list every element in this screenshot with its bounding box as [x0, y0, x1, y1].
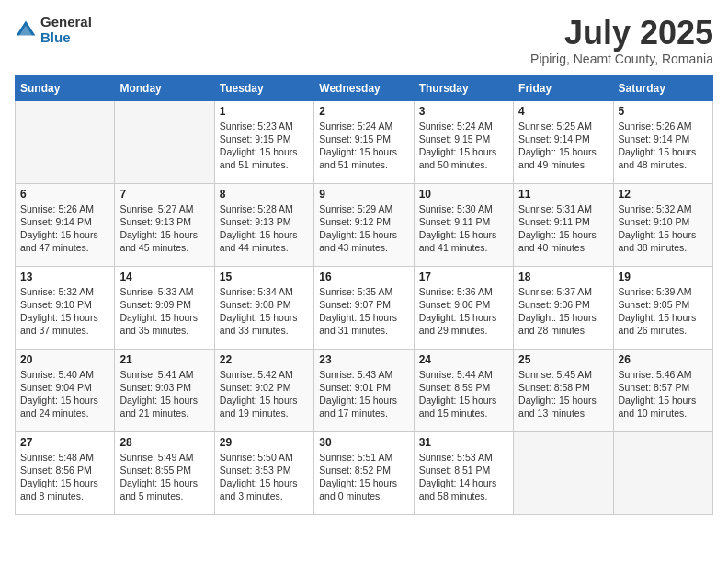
- day-detail: Sunrise: 5:50 AMSunset: 8:53 PMDaylight:…: [220, 451, 309, 503]
- logo-blue-text: Blue: [40, 30, 92, 46]
- day-detail: Sunrise: 5:43 AMSunset: 9:01 PMDaylight:…: [319, 368, 408, 420]
- calendar-cell: 8Sunrise: 5:28 AMSunset: 9:13 PMDaylight…: [214, 183, 313, 266]
- day-detail: Sunrise: 5:51 AMSunset: 8:52 PMDaylight:…: [319, 451, 408, 503]
- calendar-cell: [16, 100, 115, 183]
- calendar-cell: 18Sunrise: 5:37 AMSunset: 9:06 PMDayligh…: [514, 266, 613, 349]
- calendar-cell: 19Sunrise: 5:39 AMSunset: 9:05 PMDayligh…: [613, 266, 712, 349]
- day-detail: Sunrise: 5:46 AMSunset: 8:57 PMDaylight:…: [619, 368, 708, 420]
- day-number: 24: [419, 353, 508, 366]
- calendar-week-row: 1Sunrise: 5:23 AMSunset: 9:15 PMDaylight…: [16, 100, 713, 183]
- day-detail: Sunrise: 5:23 AMSunset: 9:15 PMDaylight:…: [220, 120, 309, 172]
- day-number: 9: [319, 188, 408, 201]
- day-number: 4: [518, 105, 608, 118]
- day-detail: Sunrise: 5:39 AMSunset: 9:05 PMDaylight:…: [619, 285, 708, 338]
- calendar-cell: 29Sunrise: 5:50 AMSunset: 8:53 PMDayligh…: [214, 431, 313, 514]
- calendar-cell: 16Sunrise: 5:35 AMSunset: 9:07 PMDayligh…: [314, 266, 414, 349]
- calendar-cell: 25Sunrise: 5:45 AMSunset: 8:58 PMDayligh…: [514, 349, 613, 431]
- month-year-title: July 2025: [530, 15, 713, 52]
- day-detail: Sunrise: 5:34 AMSunset: 9:08 PMDaylight:…: [220, 285, 309, 338]
- day-number: 27: [20, 436, 109, 449]
- day-number: 1: [220, 105, 309, 118]
- day-number: 11: [518, 188, 608, 201]
- calendar-cell: [514, 431, 613, 514]
- calendar-cell: 5Sunrise: 5:26 AMSunset: 9:14 PMDaylight…: [613, 100, 712, 183]
- calendar-cell: [115, 100, 214, 183]
- calendar-cell: 21Sunrise: 5:41 AMSunset: 9:03 PMDayligh…: [115, 349, 214, 431]
- day-detail: Sunrise: 5:24 AMSunset: 9:15 PMDaylight:…: [319, 120, 408, 172]
- calendar-cell: 10Sunrise: 5:30 AMSunset: 9:11 PMDayligh…: [414, 183, 513, 266]
- calendar-week-row: 13Sunrise: 5:32 AMSunset: 9:10 PMDayligh…: [16, 266, 713, 349]
- calendar-cell: 12Sunrise: 5:32 AMSunset: 9:10 PMDayligh…: [613, 183, 712, 266]
- calendar-cell: 1Sunrise: 5:23 AMSunset: 9:15 PMDaylight…: [214, 100, 313, 183]
- weekday-header-saturday: Saturday: [613, 75, 712, 100]
- calendar-cell: 9Sunrise: 5:29 AMSunset: 9:12 PMDaylight…: [314, 183, 414, 266]
- calendar-cell: 4Sunrise: 5:25 AMSunset: 9:14 PMDaylight…: [514, 100, 613, 183]
- day-number: 14: [119, 270, 209, 283]
- logo-icon: [15, 19, 37, 41]
- calendar-cell: 6Sunrise: 5:26 AMSunset: 9:14 PMDaylight…: [16, 183, 115, 266]
- day-number: 7: [119, 188, 209, 201]
- day-detail: Sunrise: 5:45 AMSunset: 8:58 PMDaylight:…: [518, 368, 608, 420]
- page-header: General Blue July 2025 Pipirig, Neamt Co…: [15, 15, 713, 66]
- day-number: 25: [518, 353, 608, 366]
- calendar-cell: 3Sunrise: 5:24 AMSunset: 9:15 PMDaylight…: [414, 100, 513, 183]
- day-number: 2: [319, 105, 408, 118]
- day-detail: Sunrise: 5:36 AMSunset: 9:06 PMDaylight:…: [419, 285, 508, 338]
- day-detail: Sunrise: 5:49 AMSunset: 8:55 PMDaylight:…: [119, 451, 209, 503]
- calendar-week-row: 6Sunrise: 5:26 AMSunset: 9:14 PMDaylight…: [16, 183, 713, 266]
- calendar-cell: 20Sunrise: 5:40 AMSunset: 9:04 PMDayligh…: [16, 349, 115, 431]
- day-number: 12: [619, 188, 708, 201]
- day-number: 20: [20, 353, 109, 366]
- calendar-cell: 22Sunrise: 5:42 AMSunset: 9:02 PMDayligh…: [214, 349, 313, 431]
- day-number: 5: [619, 105, 708, 118]
- day-number: 13: [20, 270, 109, 283]
- day-number: 6: [20, 188, 109, 201]
- day-number: 10: [419, 188, 508, 201]
- day-detail: Sunrise: 5:41 AMSunset: 9:03 PMDaylight:…: [119, 368, 209, 420]
- logo-general-text: General: [40, 15, 92, 30]
- day-number: 30: [319, 436, 408, 449]
- calendar-cell: 13Sunrise: 5:32 AMSunset: 9:10 PMDayligh…: [16, 266, 115, 349]
- day-number: 29: [220, 436, 309, 449]
- day-number: 18: [518, 270, 608, 283]
- calendar-cell: 23Sunrise: 5:43 AMSunset: 9:01 PMDayligh…: [314, 349, 414, 431]
- calendar-cell: 7Sunrise: 5:27 AMSunset: 9:13 PMDaylight…: [115, 183, 214, 266]
- day-number: 19: [619, 270, 708, 283]
- day-detail: Sunrise: 5:53 AMSunset: 8:51 PMDaylight:…: [419, 451, 508, 503]
- day-detail: Sunrise: 5:33 AMSunset: 9:09 PMDaylight:…: [119, 285, 209, 338]
- day-number: 15: [220, 270, 309, 283]
- day-detail: Sunrise: 5:28 AMSunset: 9:13 PMDaylight:…: [220, 202, 309, 255]
- weekday-header-monday: Monday: [115, 75, 214, 100]
- day-number: 26: [619, 353, 708, 366]
- logo: General Blue: [15, 15, 92, 45]
- weekday-header-sunday: Sunday: [16, 75, 115, 100]
- weekday-header-tuesday: Tuesday: [214, 75, 313, 100]
- day-number: 3: [419, 105, 508, 118]
- day-number: 16: [319, 270, 408, 283]
- calendar-cell: 26Sunrise: 5:46 AMSunset: 8:57 PMDayligh…: [613, 349, 712, 431]
- day-number: 8: [220, 188, 309, 201]
- day-detail: Sunrise: 5:37 AMSunset: 9:06 PMDaylight:…: [518, 285, 608, 338]
- calendar-cell: 11Sunrise: 5:31 AMSunset: 9:11 PMDayligh…: [514, 183, 613, 266]
- calendar-cell: 30Sunrise: 5:51 AMSunset: 8:52 PMDayligh…: [314, 431, 414, 514]
- day-number: 22: [220, 353, 309, 366]
- calendar-cell: 24Sunrise: 5:44 AMSunset: 8:59 PMDayligh…: [414, 349, 513, 431]
- day-detail: Sunrise: 5:29 AMSunset: 9:12 PMDaylight:…: [319, 202, 408, 255]
- day-detail: Sunrise: 5:40 AMSunset: 9:04 PMDaylight:…: [20, 368, 109, 420]
- day-detail: Sunrise: 5:30 AMSunset: 9:11 PMDaylight:…: [419, 202, 508, 255]
- day-detail: Sunrise: 5:32 AMSunset: 9:10 PMDaylight:…: [619, 202, 708, 255]
- day-detail: Sunrise: 5:24 AMSunset: 9:15 PMDaylight:…: [419, 120, 508, 172]
- calendar-table: SundayMondayTuesdayWednesdayThursdayFrid…: [15, 75, 713, 515]
- calendar-week-row: 27Sunrise: 5:48 AMSunset: 8:56 PMDayligh…: [16, 431, 713, 514]
- day-detail: Sunrise: 5:31 AMSunset: 9:11 PMDaylight:…: [518, 202, 608, 255]
- day-detail: Sunrise: 5:27 AMSunset: 9:13 PMDaylight:…: [119, 202, 209, 255]
- calendar-cell: 27Sunrise: 5:48 AMSunset: 8:56 PMDayligh…: [16, 431, 115, 514]
- weekday-header-row: SundayMondayTuesdayWednesdayThursdayFrid…: [16, 75, 713, 100]
- day-detail: Sunrise: 5:32 AMSunset: 9:10 PMDaylight:…: [20, 285, 109, 338]
- calendar-cell: 17Sunrise: 5:36 AMSunset: 9:06 PMDayligh…: [414, 266, 513, 349]
- day-detail: Sunrise: 5:35 AMSunset: 9:07 PMDaylight:…: [319, 285, 408, 338]
- weekday-header-friday: Friday: [514, 75, 613, 100]
- day-detail: Sunrise: 5:26 AMSunset: 9:14 PMDaylight:…: [619, 120, 708, 172]
- logo-text: General Blue: [40, 15, 92, 45]
- day-detail: Sunrise: 5:44 AMSunset: 8:59 PMDaylight:…: [419, 368, 508, 420]
